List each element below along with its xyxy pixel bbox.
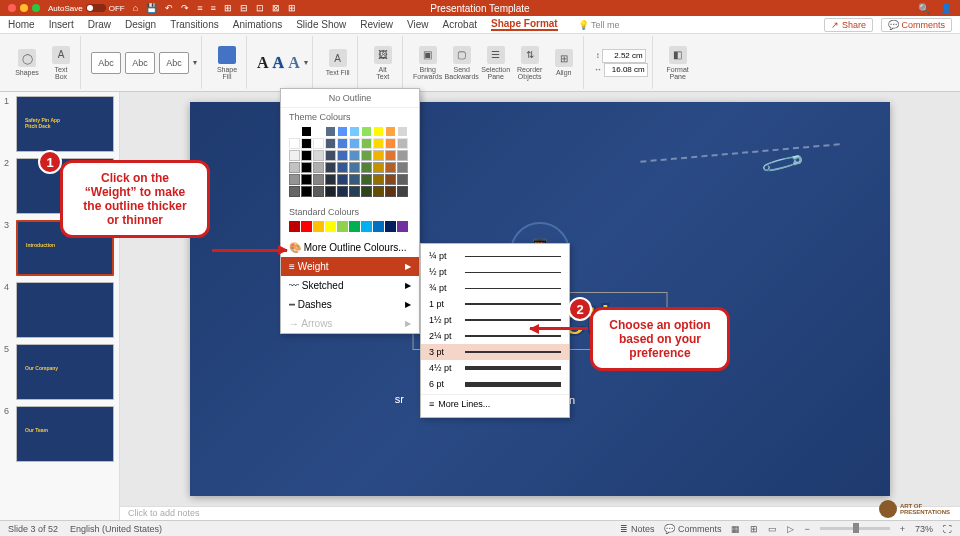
standard-colour-swatch[interactable] xyxy=(361,221,372,232)
weight-option-2¼pt[interactable]: 2¼ pt xyxy=(421,328,569,344)
tab-draw[interactable]: Draw xyxy=(88,19,111,30)
theme-colour-swatch[interactable] xyxy=(349,126,360,137)
user-icon[interactable]: 👤 xyxy=(940,3,952,14)
shape-style-1[interactable]: Abc xyxy=(91,52,121,74)
theme-colour-swatch[interactable] xyxy=(397,162,408,173)
theme-colour-swatch[interactable] xyxy=(361,138,372,149)
zoom-level[interactable]: 73% xyxy=(915,524,933,534)
shape-fill-button[interactable]: Shape Fill xyxy=(212,43,242,83)
theme-colour-swatch[interactable] xyxy=(373,174,384,185)
tell-me[interactable]: 💡 Tell me xyxy=(578,20,620,30)
standard-colour-swatch[interactable] xyxy=(385,221,396,232)
qat-icon[interactable]: ⊞ xyxy=(224,3,232,13)
thumbnail-4[interactable]: 4 xyxy=(4,282,115,338)
theme-colour-swatch[interactable] xyxy=(313,174,324,185)
theme-colour-swatch[interactable] xyxy=(397,174,408,185)
redo-icon[interactable]: ↷ xyxy=(181,3,189,13)
theme-colour-swatch[interactable] xyxy=(313,186,324,197)
format-pane-button[interactable]: ◧Format Pane xyxy=(663,43,693,83)
theme-colour-swatch[interactable] xyxy=(373,162,384,173)
weight-option-¼pt[interactable]: ¼ pt xyxy=(421,248,569,264)
theme-colour-swatch[interactable] xyxy=(361,174,372,185)
theme-colour-swatch[interactable] xyxy=(361,162,372,173)
view-sorter-icon[interactable]: ⊞ xyxy=(750,524,758,534)
theme-colour-swatch[interactable] xyxy=(385,162,396,173)
weight-option-1½pt[interactable]: 1½ pt xyxy=(421,312,569,328)
theme-colour-swatch[interactable] xyxy=(385,174,396,185)
wordart-style-1[interactable]: A xyxy=(257,54,269,72)
qat-icon[interactable]: ⊟ xyxy=(240,3,248,13)
theme-colour-swatch[interactable] xyxy=(337,186,348,197)
standard-colour-swatch[interactable] xyxy=(349,221,360,232)
theme-colour-swatch[interactable] xyxy=(361,186,372,197)
weight-option[interactable]: ≡ Weight▶ xyxy=(281,257,419,276)
notes-toggle[interactable]: ≣ Notes xyxy=(620,524,654,534)
share-button[interactable]: ↗ Share xyxy=(824,18,873,32)
qat-icon[interactable]: ⊠ xyxy=(272,3,280,13)
theme-colour-swatch[interactable] xyxy=(325,174,336,185)
theme-colour-swatch[interactable] xyxy=(373,150,384,161)
theme-colour-swatch[interactable] xyxy=(301,126,312,137)
theme-colour-swatch[interactable] xyxy=(289,126,300,137)
undo-icon[interactable]: ↶ xyxy=(165,3,173,13)
dashes-option[interactable]: ┅ Dashes▶ xyxy=(281,295,419,314)
tab-slideshow[interactable]: Slide Show xyxy=(296,19,346,30)
tab-design[interactable]: Design xyxy=(125,19,156,30)
weight-option-1pt[interactable]: 1 pt xyxy=(421,296,569,312)
theme-colour-swatch[interactable] xyxy=(385,186,396,197)
selection-pane-button[interactable]: ☰Selection Pane xyxy=(481,43,511,83)
theme-colour-swatch[interactable] xyxy=(337,126,348,137)
theme-colour-swatch[interactable] xyxy=(289,138,300,149)
theme-colour-swatch[interactable] xyxy=(373,186,384,197)
toggle-icon[interactable] xyxy=(86,4,106,12)
standard-colour-swatch[interactable] xyxy=(325,221,336,232)
theme-colour-swatch[interactable] xyxy=(301,138,312,149)
theme-colour-swatch[interactable] xyxy=(349,150,360,161)
height-input[interactable]: ↕ xyxy=(596,49,646,63)
standard-colour-swatch[interactable] xyxy=(301,221,312,232)
tab-acrobat[interactable]: Acrobat xyxy=(443,19,477,30)
notes-pane[interactable]: Click to add notes xyxy=(120,506,960,520)
theme-colour-swatch[interactable] xyxy=(313,138,324,149)
home-icon[interactable]: ⌂ xyxy=(133,3,138,13)
comments-toggle[interactable]: 💬 Comments xyxy=(664,524,721,534)
comments-button[interactable]: 💬 Comments xyxy=(881,18,952,32)
theme-colour-swatch[interactable] xyxy=(397,138,408,149)
search-icon[interactable]: 🔍 xyxy=(918,3,930,14)
more-lines-option[interactable]: ≡ More Lines... xyxy=(421,394,569,413)
weight-option-6pt[interactable]: 6 pt xyxy=(421,376,569,392)
theme-colour-swatch[interactable] xyxy=(361,126,372,137)
theme-colour-swatch[interactable] xyxy=(397,150,408,161)
theme-colour-swatch[interactable] xyxy=(337,138,348,149)
text-fill-button[interactable]: AText Fill xyxy=(323,43,353,83)
theme-colour-swatch[interactable] xyxy=(325,126,336,137)
more-colours-option[interactable]: 🎨 More Outline Colours... xyxy=(281,238,419,257)
theme-colour-swatch[interactable] xyxy=(337,150,348,161)
slide-counter[interactable]: Slide 3 of 52 xyxy=(8,524,58,534)
theme-colour-swatch[interactable] xyxy=(325,150,336,161)
style-more-icon[interactable]: ▾ xyxy=(193,58,197,67)
standard-colour-swatch[interactable] xyxy=(397,221,408,232)
qat-icon[interactable]: ≡ xyxy=(210,3,215,13)
thumbnail-5[interactable]: 5Our Company xyxy=(4,344,115,400)
standard-colour-swatch[interactable] xyxy=(337,221,348,232)
shape-style-2[interactable]: Abc xyxy=(125,52,155,74)
theme-colour-swatch[interactable] xyxy=(289,162,300,173)
tab-review[interactable]: Review xyxy=(360,19,393,30)
theme-colour-swatch[interactable] xyxy=(349,162,360,173)
fit-icon[interactable]: ⛶ xyxy=(943,524,952,534)
theme-colour-swatch[interactable] xyxy=(373,126,384,137)
view-slideshow-icon[interactable]: ▷ xyxy=(787,524,794,534)
close-icon[interactable] xyxy=(8,4,16,12)
standard-colour-swatch[interactable] xyxy=(289,221,300,232)
theme-colour-swatch[interactable] xyxy=(301,150,312,161)
theme-colour-swatch[interactable] xyxy=(373,138,384,149)
wordart-style-2[interactable]: A xyxy=(273,54,285,72)
theme-colour-swatch[interactable] xyxy=(325,138,336,149)
theme-colour-swatch[interactable] xyxy=(361,150,372,161)
send-backward-button[interactable]: ▢Send Backwards xyxy=(447,43,477,83)
sketched-option[interactable]: 〰 Sketched▶ xyxy=(281,276,419,295)
shape-style-3[interactable]: Abc xyxy=(159,52,189,74)
theme-colour-swatch[interactable] xyxy=(337,162,348,173)
theme-colour-swatch[interactable] xyxy=(289,186,300,197)
